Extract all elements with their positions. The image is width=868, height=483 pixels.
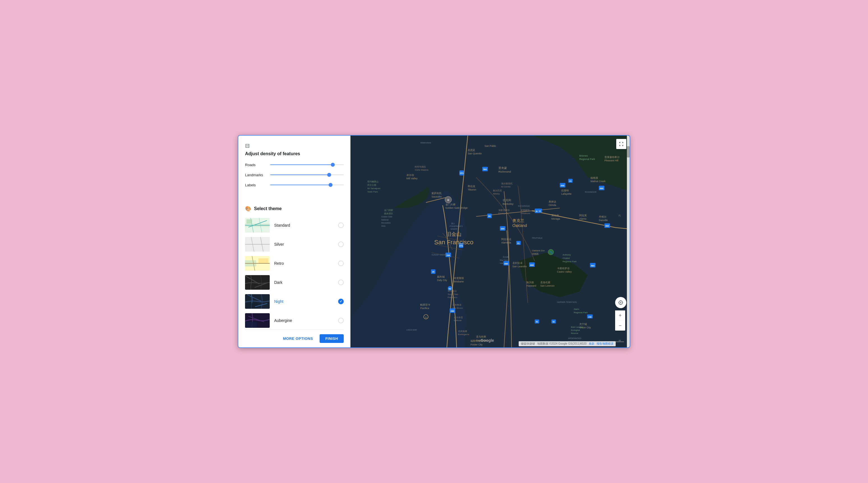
svg-text:Alamo: Alamo bbox=[579, 217, 586, 220]
svg-text:880: 880 bbox=[504, 262, 508, 265]
svg-text:Piedmont: Piedmont bbox=[521, 212, 530, 215]
map-copyright: 地图数据 ©2024 Google GS(2011)6020 bbox=[537, 342, 587, 346]
fullscreen-button[interactable] bbox=[616, 139, 626, 149]
svg-text:Golden Gate Bridge: Golden Gate Bridge bbox=[445, 206, 468, 209]
theme-thumbnail-night bbox=[245, 294, 270, 309]
theme-name-aubergine: Aubergine bbox=[274, 318, 338, 323]
svg-text:Walnut Creek: Walnut Creek bbox=[590, 180, 606, 183]
svg-text:92: 92 bbox=[553, 321, 555, 323]
zoom-in-button[interactable]: + bbox=[615, 311, 625, 321]
svg-text:SUNSET DISTRICT: SUNSET DISTRICT bbox=[432, 254, 449, 256]
svg-text:FRUITVALE: FRUITVALE bbox=[532, 237, 542, 239]
svg-text:普莱森特希尔: 普莱森特希尔 bbox=[604, 156, 620, 159]
roads-slider[interactable] bbox=[270, 162, 344, 167]
svg-text:FISHERMAN'S: FISHERMAN'S bbox=[450, 225, 463, 227]
roads-label: Roads bbox=[245, 163, 270, 167]
svg-text:Francisco: Francisco bbox=[448, 296, 458, 299]
svg-text:塔玛佩斯山: 塔玛佩斯山 bbox=[367, 181, 378, 183]
svg-text:代: 代 bbox=[618, 214, 621, 217]
landmarks-slider[interactable] bbox=[270, 172, 344, 178]
map-area[interactable]: 101 101 80 580 280 ⊞ 旧金山 San Francisco bbox=[350, 136, 630, 347]
theme-name-standard: Standard bbox=[274, 223, 338, 227]
labels-slider[interactable] bbox=[270, 182, 344, 188]
svg-text:Bay Farm: Bay Farm bbox=[500, 259, 508, 261]
svg-text:⊞: ⊞ bbox=[447, 199, 450, 201]
labels-filled bbox=[270, 185, 331, 185]
map-bottom-controls: + − bbox=[615, 297, 626, 331]
svg-text:ROCKRIDGE: ROCKRIDGE bbox=[518, 205, 530, 207]
svg-text:科特马德拉: 科特马德拉 bbox=[415, 166, 426, 168]
theme-name-night: Night bbox=[274, 299, 338, 304]
svg-text:丹维尔: 丹维尔 bbox=[599, 216, 607, 218]
svg-rect-5 bbox=[246, 219, 252, 224]
svg-rect-19 bbox=[245, 322, 257, 328]
svg-text:Eden Landing: Eden Landing bbox=[571, 326, 583, 328]
svg-point-191 bbox=[620, 302, 621, 303]
svg-text:莫拉加: 莫拉加 bbox=[552, 214, 559, 217]
terms-link[interactable]: 条款 bbox=[589, 342, 594, 346]
svg-text:圣布鲁诺: 圣布鲁诺 bbox=[453, 304, 462, 306]
svg-text:Briones: Briones bbox=[579, 154, 588, 157]
finish-button[interactable]: FINISH bbox=[320, 334, 344, 343]
svg-text:580: 580 bbox=[483, 168, 487, 171]
palette-icon: 🎨 bbox=[245, 206, 251, 212]
theme-section-header: 🎨 Select theme bbox=[245, 206, 344, 212]
svg-text:Golden Gate: Golden Gate bbox=[381, 216, 393, 218]
theme-item-dark[interactable]: Dark bbox=[245, 273, 344, 291]
svg-text:680: 680 bbox=[605, 225, 609, 227]
svg-text:布里斯班: 布里斯班 bbox=[454, 277, 464, 280]
roads-track bbox=[270, 164, 344, 165]
svg-text:圣洛伦索: 圣洛伦索 bbox=[540, 281, 550, 284]
svg-text:ROSSMOOR: ROSSMOOR bbox=[585, 191, 596, 193]
svg-text:奥尔巴尼: 奥尔巴尼 bbox=[493, 189, 502, 192]
svg-text:圣昆廷: 圣昆廷 bbox=[468, 149, 475, 152]
svg-text:伯克利: 伯克利 bbox=[503, 199, 511, 202]
svg-text:61: 61 bbox=[518, 242, 520, 244]
radio-aubergine[interactable] bbox=[338, 318, 344, 323]
keyboard-shortcuts[interactable]: 键盘快捷键 bbox=[521, 342, 535, 346]
svg-text:San Pablo: San Pablo bbox=[485, 144, 496, 148]
svg-text:米尔谷: 米尔谷 bbox=[406, 174, 414, 176]
theme-thumbnail-silver bbox=[245, 237, 270, 252]
landmarks-thumb[interactable] bbox=[327, 173, 331, 177]
radio-silver[interactable] bbox=[338, 242, 344, 247]
theme-item-standard[interactable]: Standard bbox=[245, 216, 344, 234]
svg-text:伯灵格姆: 伯灵格姆 bbox=[458, 330, 467, 332]
map-scrollbar[interactable] bbox=[627, 136, 630, 347]
theme-item-silver[interactable]: Silver bbox=[245, 235, 344, 253]
radio-dark[interactable] bbox=[338, 280, 344, 285]
roads-thumb[interactable] bbox=[331, 163, 335, 167]
svg-text:El Cerrito: El Cerrito bbox=[501, 186, 511, 188]
radio-night[interactable] bbox=[338, 299, 344, 304]
svg-text:Castro Valley: Castro Valley bbox=[557, 270, 572, 273]
scrollbar-thumb[interactable] bbox=[627, 146, 630, 157]
more-options-button[interactable]: MORE OPTIONS bbox=[278, 334, 317, 343]
svg-text:州立公园: 州立公园 bbox=[367, 184, 376, 186]
svg-text:卡斯特罗谷: 卡斯特罗谷 bbox=[557, 267, 570, 270]
svg-text:Orinda: Orinda bbox=[549, 204, 556, 206]
theme-item-night[interactable]: Night bbox=[245, 292, 344, 311]
theme-item-aubergine[interactable]: Aubergine bbox=[245, 312, 344, 329]
density-row-labels: Labels bbox=[245, 182, 344, 188]
svg-text:里奇蒙: 里奇蒙 bbox=[498, 166, 507, 169]
svg-text:Danville: Danville bbox=[599, 219, 608, 222]
svg-text:680: 680 bbox=[600, 187, 603, 190]
theme-item-retro[interactable]: Retro bbox=[245, 254, 344, 272]
radio-standard[interactable] bbox=[338, 222, 344, 228]
labels-thumb[interactable] bbox=[329, 183, 333, 187]
svg-text:贝法姆: 贝法姆 bbox=[503, 256, 508, 258]
report-link[interactable]: 报告地图错误 bbox=[597, 342, 614, 346]
zoom-out-button[interactable]: − bbox=[615, 321, 625, 331]
location-button[interactable] bbox=[615, 297, 626, 308]
svg-text:Recreation: Recreation bbox=[381, 222, 391, 224]
svg-text:35: 35 bbox=[432, 271, 435, 273]
svg-text:Lafayette: Lafayette bbox=[561, 192, 572, 195]
svg-text:San Quentin: San Quentin bbox=[468, 152, 482, 155]
svg-text:Regional Park: Regional Park bbox=[574, 311, 588, 314]
svg-rect-12 bbox=[258, 258, 268, 263]
sidebar: ⊟ Adjust density of features Roads Landm… bbox=[238, 136, 350, 347]
radio-retro[interactable] bbox=[338, 261, 344, 266]
svg-text:尤宁城: 尤宁城 bbox=[579, 323, 587, 326]
svg-text:84: 84 bbox=[619, 340, 621, 342]
svg-text:Regional Park: Regional Park bbox=[563, 260, 577, 263]
